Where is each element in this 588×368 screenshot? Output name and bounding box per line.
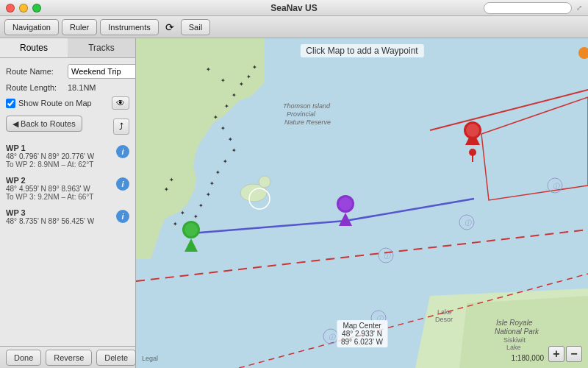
map-svg: ✦ ✦ ✦ ✦ ✦ ✦ ✦ ✦ ✦ ✦ ✦ ✦ ✦ ✦ ✦ ✦ ✦ ✦ ✦ ✦ — [136, 38, 588, 368]
navigation-button[interactable]: Navigation — [4, 19, 59, 35]
close-button[interactable] — [6, 4, 15, 13]
waypoint-1: WP 1 48° 0.796' N 89° 20.776' W To WP 2:… — [6, 144, 129, 169]
wp1-header: WP 1 48° 0.796' N 89° 20.776' W To WP 2:… — [6, 144, 129, 169]
svg-text:Desor: Desor — [435, 316, 453, 323]
map-area[interactable]: ✦ ✦ ✦ ✦ ✦ ✦ ✦ ✦ ✦ ✦ ✦ ✦ ✦ ✦ ✦ ✦ ✦ ✦ ✦ ✦ — [136, 38, 588, 368]
wp2-info: WP 2 48° 4.959' N 89° 8.963' W To WP 3: … — [6, 176, 113, 201]
svg-text:✦: ✦ — [246, 74, 251, 80]
svg-text:ⓘ: ⓘ — [384, 252, 391, 260]
wp3-title: WP 3 — [6, 208, 113, 217]
svg-text:✦: ✦ — [209, 180, 215, 187]
legal-label: Legal — [142, 355, 158, 362]
show-route-check[interactable] — [6, 99, 15, 108]
show-route-label: Show Route on Map — [18, 99, 92, 107]
wp2-header: WP 2 48° 4.959' N 89° 8.963' W To WP 3: … — [6, 176, 129, 201]
wp2-coord: 48° 4.959' N 89° 8.963' W — [6, 185, 113, 193]
zoom-controls: + − — [548, 346, 582, 362]
reverse-button[interactable]: Reverse — [46, 350, 92, 366]
show-route-row: Show Route on Map 👁 — [6, 96, 129, 110]
route-name-input[interactable] — [68, 64, 135, 79]
ruler-button[interactable]: Ruler — [62, 19, 97, 35]
maximize-button[interactable] — [32, 4, 41, 13]
route-length-label: Route Length: — [6, 83, 65, 92]
svg-text:✦: ✦ — [228, 136, 233, 143]
map-scale: 1:180,000 — [512, 354, 545, 362]
done-button[interactable]: Done — [6, 350, 41, 366]
zoom-in-button[interactable]: + — [548, 346, 564, 362]
back-share-row: ◀ Back to Routes ⤴ — [6, 116, 129, 138]
refresh-icon[interactable]: ⟳ — [162, 19, 178, 35]
tab-tracks[interactable]: Tracks — [68, 38, 135, 57]
svg-text:✦: ✦ — [193, 213, 198, 220]
window-title: SeaNav US — [270, 3, 317, 13]
sidebar-tabs: Routes Tracks — [0, 38, 135, 58]
tab-routes[interactable]: Routes — [0, 38, 68, 57]
wp2-info-button[interactable]: i — [116, 177, 129, 191]
wp3-info: WP 3 48° 8.735' N 88° 56.425' W — [6, 208, 113, 225]
main-layout: Routes Tracks Route Name: Route Length: … — [0, 38, 588, 368]
wp3-coord: 48° 8.735' N 88° 56.425' W — [6, 217, 113, 225]
svg-text:✦: ✦ — [164, 186, 169, 193]
svg-text:✦: ✦ — [215, 169, 220, 176]
route-name-label: Route Name: — [6, 67, 65, 76]
waypoint-3: WP 3 48° 8.735' N 88° 56.425' W i — [6, 208, 129, 225]
wp3-info-button[interactable]: i — [116, 210, 129, 223]
svg-text:Lake: Lake — [437, 308, 452, 316]
svg-text:Siskiwit: Siskiwit — [503, 336, 526, 344]
map-center-lat: 48° 2.933' N — [341, 330, 383, 338]
svg-text:✦: ✦ — [224, 103, 229, 110]
route-length-row: Route Length: 18.1NM — [6, 83, 129, 92]
waypoints-list: WP 1 48° 0.796' N 89° 20.776' W To WP 2:… — [6, 144, 129, 225]
share-button[interactable]: ⤴ — [113, 118, 129, 135]
wp1-info-button[interactable]: i — [116, 145, 129, 158]
svg-point-56 — [339, 197, 352, 210]
map-center-lon: 89° 6.023' W — [341, 338, 383, 346]
svg-text:National Park: National Park — [495, 328, 539, 336]
resize-icon: ⤢ — [576, 4, 582, 12]
map-center-label: Map Center — [341, 322, 383, 330]
svg-text:ⓘ: ⓘ — [329, 333, 336, 341]
sidebar-bottom-bar: Done Reverse Delete — [0, 346, 135, 368]
title-bar-right: ⤢ — [484, 2, 582, 14]
map-center-info: Map Center 48° 2.933' N 89° 6.023' W — [337, 320, 387, 347]
wp1-title: WP 1 — [6, 144, 113, 152]
svg-text:✦: ✦ — [198, 202, 204, 209]
svg-text:✦: ✦ — [220, 77, 226, 84]
svg-point-2 — [259, 176, 270, 188]
svg-text:Thomson Island: Thomson Island — [283, 102, 331, 110]
map-scale-value: 1:180,000 — [512, 354, 545, 362]
svg-text:✦: ✦ — [213, 114, 218, 121]
svg-point-54 — [466, 124, 479, 137]
svg-text:✦: ✦ — [223, 158, 228, 165]
wp3-header: WP 3 48° 8.735' N 88° 56.425' W i — [6, 208, 129, 225]
svg-text:✦: ✦ — [232, 147, 237, 154]
eye-button[interactable]: 👁 — [112, 96, 129, 110]
back-to-routes-button[interactable]: ◀ Back to Routes — [6, 116, 82, 132]
show-route-checkbox[interactable]: Show Route on Map — [6, 99, 92, 108]
minimize-button[interactable] — [19, 4, 28, 13]
svg-point-60 — [184, 223, 198, 236]
wp2-leg: To WP 3: 9.2NM – At: 66°T — [6, 193, 113, 201]
svg-text:Nature Reserve: Nature Reserve — [284, 118, 331, 126]
sidebar-content: Route Name: Route Length: 18.1NM Show Ro… — [0, 58, 135, 346]
sail-button[interactable]: Sail — [181, 19, 210, 35]
window-controls — [6, 4, 41, 13]
wp1-info: WP 1 48° 0.796' N 89° 20.776' W To WP 2:… — [6, 144, 113, 169]
route-length-value: 18.1NM — [68, 83, 96, 92]
instruments-button[interactable]: Instruments — [100, 19, 158, 35]
wp2-title: WP 2 — [6, 176, 113, 185]
delete-button[interactable]: Delete — [96, 350, 136, 366]
svg-text:✦: ✦ — [173, 221, 178, 227]
sidebar: Routes Tracks Route Name: Route Length: … — [0, 38, 136, 368]
svg-text:✦: ✦ — [232, 92, 237, 99]
search-input[interactable] — [484, 2, 572, 14]
wp1-coord: 48° 0.796' N 89° 20.776' W — [6, 152, 113, 160]
svg-text:✦: ✦ — [169, 177, 174, 183]
svg-text:Isle Royale: Isle Royale — [496, 319, 533, 327]
svg-text:✦: ✦ — [252, 64, 257, 71]
svg-text:ⓘ: ⓘ — [553, 183, 560, 190]
svg-text:✦: ✦ — [206, 191, 211, 198]
zoom-out-button[interactable]: − — [566, 346, 582, 362]
title-bar: SeaNav US ⤢ — [0, 0, 588, 16]
svg-text:Lake: Lake — [506, 344, 521, 351]
